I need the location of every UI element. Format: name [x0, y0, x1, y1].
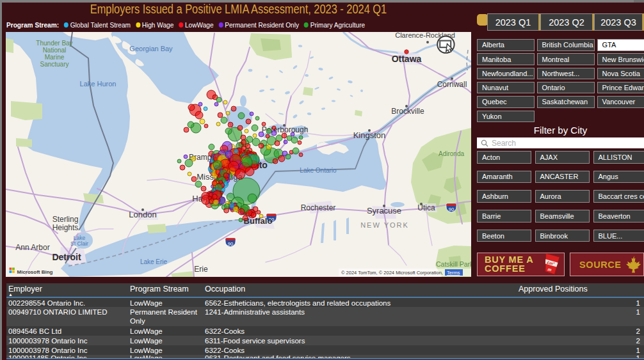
svg-text:Microsoft Bing: Microsoft Bing: [17, 269, 53, 275]
svg-text:Rochester: Rochester: [301, 203, 336, 212]
svg-text:90: 90: [228, 241, 233, 247]
svg-text:Brockville: Brockville: [391, 107, 424, 116]
svg-text:Erie: Erie: [194, 265, 208, 274]
svg-text:London: London: [129, 210, 156, 219]
svg-text:Detroit: Detroit: [52, 252, 81, 262]
svg-text:St Clair: St Clair: [70, 240, 88, 247]
svg-text:Catskill Park: Catskill Park: [436, 260, 471, 268]
svg-text:Kingston: Kingston: [353, 130, 386, 140]
svg-text:Cornwall: Cornwall: [437, 80, 467, 89]
svg-text:Sanctuary: Sanctuary: [40, 61, 68, 68]
svg-text:Syracuse: Syracuse: [367, 206, 401, 215]
svg-text:Sterling: Sterling: [52, 215, 79, 224]
svg-text:Lake Huron: Lake Huron: [80, 80, 117, 88]
svg-text:Adironda: Adironda: [439, 150, 464, 157]
svg-text:Georgian Bay: Georgian Bay: [129, 45, 173, 52]
svg-text:Ottawa: Ottawa: [392, 54, 422, 64]
svg-text:Terms: Terms: [447, 270, 460, 276]
svg-text:Ann Arbor: Ann Arbor: [15, 243, 49, 252]
svg-text:Heights: Heights: [52, 223, 79, 232]
svg-text:National: National: [43, 47, 67, 54]
svg-text:© 2024 TomTom, © 2024 Microsof: © 2024 TomTom, © 2024 Microsoft Corporat…: [341, 270, 443, 276]
svg-text:Thunder Bay: Thunder Bay: [36, 40, 72, 47]
svg-text:Lake Ontario: Lake Ontario: [300, 167, 337, 174]
svg-text:NEW YORK: NEW YORK: [360, 221, 409, 229]
svg-text:90: 90: [449, 207, 454, 212]
svg-text:Lake Erie: Lake Erie: [140, 258, 168, 265]
svg-text:Marine: Marine: [45, 54, 65, 61]
